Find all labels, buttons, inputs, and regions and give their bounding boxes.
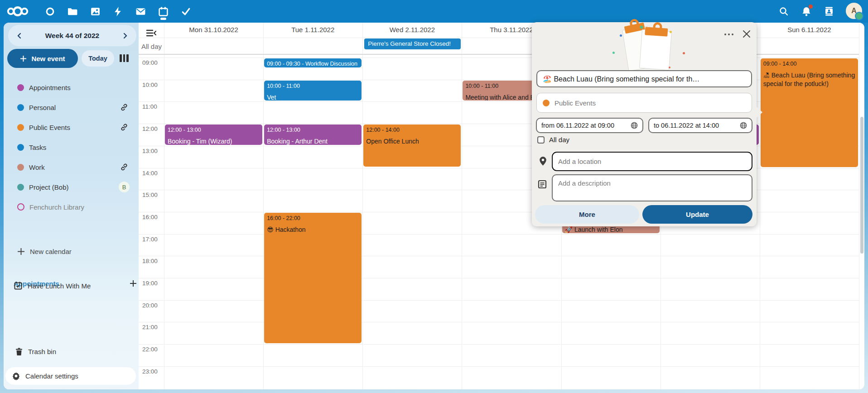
column-divider [859, 23, 859, 389]
event-time: 10:00 - 11:00 [267, 83, 359, 89]
event-title-input[interactable] [536, 70, 752, 87]
mail-icon[interactable] [134, 5, 147, 18]
calendar-event[interactable]: 12:00 - 13:00Booking - Tim (Wizard) [165, 125, 262, 145]
hour-line [139, 322, 859, 322]
shared-by-avatar: B [119, 182, 130, 192]
share-link-icon [120, 103, 128, 111]
share-link-icon [120, 123, 128, 131]
all-day-checkbox-label[interactable]: All day [549, 136, 569, 144]
event-title: 🚀 Launch with Elon [565, 225, 657, 233]
event-editor-popup: Public Events from 06.11.2022 at 09:00 t… [532, 22, 757, 226]
calendar-list-item[interactable]: Project (Bob)B [4, 177, 139, 197]
toggle-sidebar-icon[interactable] [146, 29, 158, 38]
week-label[interactable]: Week 44 of 2022 [45, 32, 99, 40]
calendar-settings-button[interactable]: Calendar settings [5, 367, 136, 385]
more-button[interactable]: More [535, 205, 639, 224]
all-day-event[interactable]: Pierre's General Store Closed! [364, 38, 461, 49]
column-divider [164, 23, 164, 389]
calendar-select[interactable]: Public Events [536, 93, 752, 113]
calendar-color-dot [17, 164, 24, 171]
calendar-color-dot [17, 84, 24, 91]
time-label: 23:00 [142, 368, 158, 375]
confetti-dot [683, 52, 685, 54]
all-day-checkbox[interactable] [537, 136, 545, 144]
day-header: Mon 31.10.2022 [164, 26, 263, 34]
today-button[interactable]: Today [82, 50, 114, 67]
time-label: 19:00 [142, 280, 158, 287]
calendar-name: Tasks [29, 144, 46, 151]
calendar-event[interactable]: 16:00 - 22:00😎 Hackathon [264, 213, 362, 343]
files-icon[interactable] [66, 5, 79, 18]
calendar-event[interactable]: 12:00 - 14:00Open Office Lunch [363, 125, 461, 167]
week-navigation: Week 44 of 2022 [8, 25, 136, 46]
location-pin-icon [538, 156, 548, 166]
new-calendar-button[interactable]: New calendar [4, 242, 139, 260]
share-link-icon[interactable] [118, 161, 130, 173]
contacts-icon[interactable] [822, 4, 836, 19]
calendar-name: Work [29, 163, 45, 171]
week-view-grid-icon[interactable] [120, 54, 130, 62]
calendar-list-item[interactable]: Public Events [4, 117, 139, 137]
time-label: 12:00 [142, 125, 158, 132]
notifications-bell-icon[interactable] [799, 4, 814, 19]
time-label: 17:00 [142, 236, 158, 243]
close-icon[interactable] [739, 27, 754, 41]
calendar-name: Personal [29, 104, 56, 111]
event-title: Vet [267, 93, 359, 101]
share-link-icon[interactable] [118, 101, 130, 113]
confetti-dot [640, 26, 643, 29]
location-input[interactable] [552, 152, 752, 171]
time-label: 15:00 [142, 192, 158, 198]
calendar-event[interactable]: 10:00 - 11:00Vet [264, 81, 362, 101]
event-end-field[interactable]: to 06.11.2022 at 14:00 [648, 118, 752, 133]
time-label: 20:00 [142, 302, 158, 309]
calendar-color-dot [17, 203, 24, 211]
day-header: Wed 2.11.2022 [362, 26, 462, 34]
photos-icon[interactable] [89, 5, 101, 18]
column-divider [462, 23, 462, 389]
all-day-label: All day [141, 43, 162, 50]
new-event-button[interactable]: New event [7, 49, 78, 68]
event-time: 16:00 - 22:00 [267, 215, 359, 221]
status-online-dot [855, 12, 863, 20]
search-icon[interactable] [776, 4, 791, 19]
calendar-list-item[interactable]: Fenchurch Library [4, 197, 139, 217]
hour-line [139, 300, 859, 301]
calendar-list-item[interactable]: Appointments [4, 77, 139, 97]
share-link-icon [120, 163, 128, 171]
event-time: 09:00 - 09:30 - Workflow Discussion [267, 61, 359, 67]
previous-week-chevron-icon[interactable] [13, 29, 26, 43]
next-week-chevron-icon[interactable] [118, 29, 132, 43]
gear-icon [12, 372, 20, 380]
calendar-sidebar: Week 44 of 2022 New event Today Appointm… [4, 23, 139, 389]
calendar-list-item[interactable]: Work [4, 157, 139, 177]
tasks-icon[interactable] [179, 5, 192, 18]
event-start-field[interactable]: from 06.11.2022 at 09:00 [536, 118, 643, 133]
dashboard-icon[interactable] [43, 5, 56, 18]
confetti-dot [612, 52, 615, 54]
plus-icon [17, 248, 25, 255]
trash-bin-item[interactable]: Trash bin [4, 342, 139, 360]
time-label: 13:00 [142, 148, 158, 154]
popup-more-actions-icon[interactable] [721, 28, 737, 41]
share-link-icon[interactable] [118, 121, 130, 133]
calendar-select-value: Public Events [555, 99, 596, 107]
appointment-item[interactable]: Have Lunch With Me [4, 277, 139, 295]
activity-icon[interactable] [111, 5, 124, 18]
calendar-icon[interactable] [157, 5, 169, 18]
event-time: 12:00 - 13:00 [168, 127, 260, 133]
user-avatar[interactable]: A [846, 3, 862, 19]
calendar-event[interactable]: 12:00 - 13:00Booking - Arthur Dent [264, 125, 362, 145]
calendar-event[interactable]: 09:00 - 09:30 - Workflow Discussion [264, 58, 362, 67]
time-label: 22:00 [142, 346, 158, 353]
plus-icon [20, 55, 27, 62]
calendar-list-item[interactable]: Personal [4, 97, 139, 117]
vertical-scrollbar[interactable] [860, 117, 863, 254]
calendar-list-item[interactable]: Tasks [4, 137, 139, 157]
update-button[interactable]: Update [642, 205, 752, 224]
calendar-event[interactable]: 09:00 - 14:00🏖 Beach Luau (Bring somethi… [761, 58, 858, 167]
column-divider [760, 23, 760, 389]
calendar-color-dot [17, 104, 24, 111]
nextcloud-logo[interactable] [6, 4, 29, 19]
description-input[interactable] [552, 174, 752, 201]
